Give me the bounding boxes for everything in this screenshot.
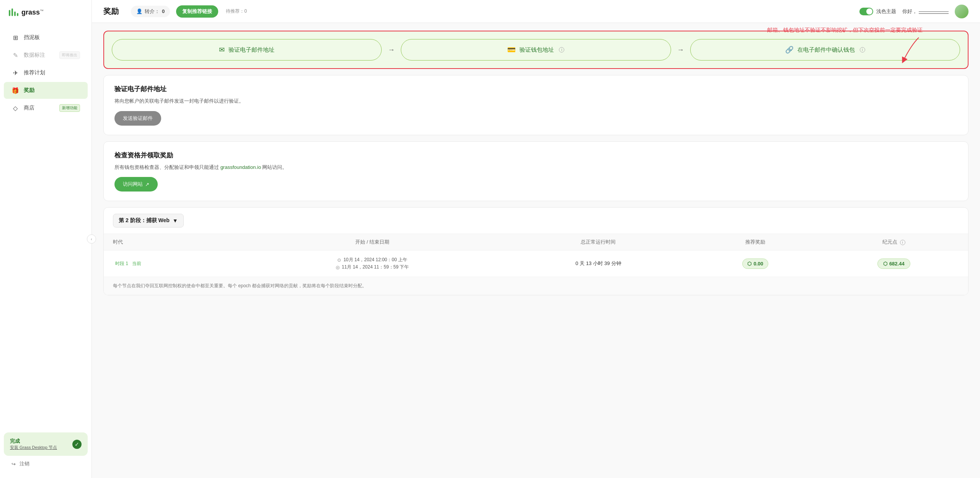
step2-info-icon[interactable]: i [559, 47, 564, 52]
install-card-subtitle[interactable]: 安装 Grass Desktop 节点 [10, 445, 69, 450]
sidebar-collapse-button[interactable]: ‹ [87, 234, 96, 244]
sidebar-item-data-annotation[interactable]: ✎ 数据标注 即将推出 [4, 47, 88, 64]
svg-rect-3 [17, 13, 18, 16]
arrow2: → [677, 46, 684, 54]
dashboard-icon: ⊞ [11, 34, 19, 41]
sidebar-item-rewards[interactable]: 🎁 奖励 [4, 82, 88, 99]
step1-label: 验证电子邮件地址 [229, 46, 274, 54]
rewards-eligibility-section: 检查资格并领取奖励 所有钱包资格检查器、分配验证和申领只能通过 grassfou… [103, 141, 969, 201]
step2-button[interactable]: 💳 验证钱包地址 i [401, 39, 671, 61]
epoch-name: 时段 1 当前 [113, 260, 141, 266]
end-date: ◎ 11月 14，2024 11：59：59 下午 [248, 264, 496, 270]
referral-reward-cell: ⬡ 0.00 [691, 250, 820, 277]
rewards-section-title: 检查资格并领取奖励 [114, 151, 957, 160]
step3-button[interactable]: 🔗 在电子邮件中确认钱包 i [690, 39, 960, 61]
referral-reward-badge: ⬡ 0.00 [742, 259, 768, 269]
col-uptime: 总正常运行时间 [505, 234, 691, 250]
col-epoch: 时代 [104, 234, 239, 250]
phase-header: 第 2 阶段：捕获 Web ▼ [104, 208, 968, 234]
verification-steps-card: ✉ 验证电子邮件地址 → 💳 验证钱包地址 i → 🔗 在电子邮件中确认钱包 i [103, 31, 969, 69]
logout-label: 注销 [20, 460, 29, 467]
sidebar-navigation: ⊞ 挡泥板 ✎ 数据标注 即将推出 ✈ 推荐计划 🎁 奖励 ◇ 商店 新增功能 [0, 25, 91, 426]
epoch-points-icon: ⬡ [883, 261, 887, 267]
dropdown-chevron-icon: ▼ [173, 218, 178, 224]
copy-referral-button[interactable]: 复制推荐链接 [176, 5, 218, 18]
annotation-icon: ✎ [11, 51, 19, 59]
uptime-cell: 0 天 13 小时 39 分钟 [505, 250, 691, 277]
soon-badge: 即将推出 [59, 51, 80, 59]
visit-website-button[interactable]: 访问网站 ↗ [114, 177, 158, 192]
referral-icon: 👤 [136, 8, 142, 14]
header-right: 浅色主题 你好， —————— [859, 5, 969, 18]
epoch-name-cell: 时段 1 当前 [104, 250, 239, 277]
start-date-icon: ⊙ [337, 257, 341, 263]
epoch-status: 当前 [132, 261, 141, 266]
shop-icon: ◇ [11, 104, 19, 112]
col-points: 纪元点 i [820, 234, 968, 250]
email-verification-section: 验证电子邮件地址 将向您帐户的关联电子邮件发送一封电子邮件以进行验证。 发送验证… [103, 75, 969, 135]
email-step-icon: ✉ [219, 46, 225, 54]
theme-switch[interactable] [859, 8, 873, 15]
col-dates: 开始 / 结束日期 [239, 234, 505, 250]
wallet-step-icon: 💳 [507, 46, 516, 54]
theme-label: 浅色主题 [876, 8, 896, 15]
table-header-row: 时代 开始 / 结束日期 总正常运行时间 推荐奖励 纪元点 i [104, 234, 968, 250]
step3-info-icon[interactable]: i [860, 47, 865, 52]
end-date-icon: ◎ [336, 265, 340, 270]
pending-label: 待推荐：0 [226, 8, 247, 15]
step1-button[interactable]: ✉ 验证电子邮件地址 [112, 39, 382, 61]
sidebar-item-label: 推荐计划 [24, 69, 45, 76]
sidebar-item-label: 数据标注 [24, 52, 45, 59]
logout-button[interactable]: ↪ 注销 [4, 456, 88, 472]
sidebar-item-dashboard[interactable]: ⊞ 挡泥板 [4, 29, 88, 46]
user-greeting: 你好， —————— [902, 8, 949, 15]
reward-icon: ⬡ [747, 261, 751, 267]
epoch-points-badge: ⬡ 682.44 [877, 259, 910, 269]
uptime-value: 0 天 13 小时 39 分钟 [575, 260, 621, 266]
rewards-icon: 🎁 [11, 87, 19, 94]
content-area: ✉ 验证电子邮件地址 → 💳 验证钱包地址 i → 🔗 在电子邮件中确认钱包 i [92, 23, 980, 478]
sidebar-item-shop[interactable]: ◇ 商店 新增功能 [4, 100, 88, 116]
arrow1: → [388, 46, 395, 54]
rewards-section-desc: 所有钱包资格检查器、分配验证和申领只能通过 grassfoundation.io… [114, 164, 957, 171]
avatar[interactable] [955, 5, 969, 18]
main-content: 奖励 👤 转介： 0 复制推荐链接 待推荐：0 浅色主题 你好， —————— [92, 0, 980, 478]
referral-count: 0 [162, 8, 165, 14]
referral-pill: 👤 转介： 0 [131, 6, 170, 17]
page-title: 奖励 [103, 6, 119, 16]
install-card[interactable]: 完成 安装 Grass Desktop 节点 ✓ [4, 432, 88, 456]
confirm-step-icon: 🔗 [785, 46, 794, 54]
logo-text: grass™ [21, 8, 44, 16]
table-row: 时段 1 当前 ⊙ 10月 14，2024 12:00：00 上午 ◎ [104, 250, 968, 277]
install-card-content: 完成 安装 Grass Desktop 节点 [10, 438, 69, 450]
external-link-icon: ↗ [145, 182, 149, 187]
svg-rect-0 [9, 10, 10, 16]
epoch-points-cell: ⬡ 682.44 [820, 250, 968, 277]
grass-logo-icon [8, 7, 18, 18]
grassfoundation-link[interactable]: grassfoundation.io [220, 164, 261, 170]
sidebar: grass™ ⊞ 挡泥板 ✎ 数据标注 即将推出 ✈ 推荐计划 🎁 奖励 ◇ 商… [0, 0, 92, 478]
email-section-desc: 将向您帐户的关联电子邮件发送一封电子邮件以进行验证。 [114, 97, 957, 105]
sidebar-item-label: 商店 [24, 105, 34, 111]
theme-toggle[interactable]: 浅色主题 [859, 8, 896, 15]
page-header: 奖励 👤 转介： 0 复制推荐链接 待推荐：0 浅色主题 你好， —————— [92, 0, 980, 23]
sidebar-item-referral[interactable]: ✈ 推荐计划 [4, 64, 88, 81]
phase-dropdown[interactable]: 第 2 阶段：捕获 Web ▼ [113, 214, 184, 228]
step3-label: 在电子邮件中确认钱包 [797, 46, 855, 54]
step2-label: 验证钱包地址 [519, 46, 554, 54]
new-feature-badge: 新增功能 [59, 104, 80, 112]
logout-icon: ↪ [11, 461, 16, 467]
verification-wrapper: ✉ 验证电子邮件地址 → 💳 验证钱包地址 i → 🔗 在电子邮件中确认钱包 i [103, 31, 969, 69]
sidebar-item-label: 挡泥板 [24, 34, 40, 41]
col-referral: 推荐奖励 [691, 234, 820, 250]
send-verification-button[interactable]: 发送验证邮件 [114, 111, 161, 126]
sidebar-bottom: 完成 安装 Grass Desktop 节点 ✓ ↪ 注销 [0, 426, 91, 478]
logo: grass™ [0, 0, 91, 25]
phase-label: 第 2 阶段：捕获 Web [119, 217, 170, 224]
table-footer: 每个节点在我们夺回互联网控制权的使命中都至关重要。每个 epoch 都会捕获对网… [104, 277, 968, 295]
email-section-title: 验证电子邮件地址 [114, 85, 957, 93]
referral-icon: ✈ [11, 69, 19, 77]
start-date: ⊙ 10月 14，2024 12:00：00 上午 [248, 257, 496, 263]
points-info-icon[interactable]: i [900, 240, 905, 245]
svg-rect-2 [14, 11, 16, 16]
